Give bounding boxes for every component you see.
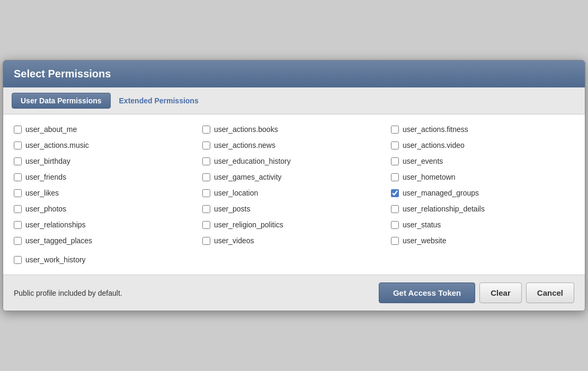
dialog-title: Select Permissions <box>14 68 574 80</box>
list-item: user_likes <box>14 189 197 197</box>
permission-checkbox-user_games_activity[interactable] <box>202 173 210 181</box>
list-item: user_games_activity <box>202 173 386 181</box>
list-item: user_videos <box>202 236 386 245</box>
permission-checkbox-user_videos[interactable] <box>202 237 210 245</box>
dialog-header: Select Permissions <box>3 60 585 87</box>
list-item: user_events <box>391 157 574 165</box>
list-item: user_work_history <box>14 250 574 264</box>
list-item: user_posts <box>202 205 386 213</box>
permission-label[interactable]: user_likes <box>25 189 59 197</box>
permission-label[interactable]: user_actions.fitness <box>403 125 468 134</box>
permission-checkbox-user_education_history[interactable] <box>202 157 210 165</box>
permission-checkbox-user_managed_groups[interactable] <box>391 189 399 197</box>
permission-label[interactable]: user_friends <box>25 173 66 181</box>
footer-note: Public profile included by default. <box>14 289 122 297</box>
permission-label[interactable]: user_hometown <box>403 173 456 181</box>
permission-label[interactable]: user_status <box>403 220 441 229</box>
permission-checkbox-user_birthday[interactable] <box>14 157 22 165</box>
list-item: user_friends <box>14 173 197 181</box>
permission-checkbox-user_relationships[interactable] <box>14 221 22 229</box>
select-permissions-dialog: Select Permissions User Data Permissions… <box>3 60 585 311</box>
list-item: user_website <box>391 236 574 245</box>
permission-label[interactable]: user_location <box>214 189 258 197</box>
permissions-grid: user_about_me user_actions.books user_ac… <box>3 114 585 250</box>
permission-checkbox-user_actions_video[interactable] <box>391 142 399 149</box>
permission-label[interactable]: user_tagged_places <box>25 236 92 245</box>
list-item: user_hometown <box>391 173 574 181</box>
permission-label[interactable]: user_actions.music <box>25 141 89 149</box>
permission-label[interactable]: user_website <box>403 236 447 245</box>
permission-label[interactable]: user_actions.video <box>403 141 465 149</box>
permission-label[interactable]: user_relationship_details <box>403 205 485 213</box>
list-item: user_managed_groups <box>391 189 574 197</box>
footer-buttons: Get Access Token Clear Cancel <box>379 282 574 303</box>
permission-label[interactable]: user_managed_groups <box>403 189 479 197</box>
list-item: user_actions.books <box>202 125 386 134</box>
permission-checkbox-user_likes[interactable] <box>14 189 22 197</box>
permission-label[interactable]: user_birthday <box>25 157 70 165</box>
permission-label[interactable]: user_events <box>403 157 443 165</box>
permission-label[interactable]: user_actions.news <box>214 141 275 149</box>
list-item: user_location <box>202 189 386 197</box>
list-item: user_birthday <box>14 157 197 165</box>
permission-label[interactable]: user_about_me <box>25 125 77 134</box>
list-item: user_actions.music <box>14 141 197 149</box>
list-item: user_photos <box>14 205 197 213</box>
permission-label[interactable]: user_photos <box>25 205 66 213</box>
permission-label[interactable]: user_religion_politics <box>214 220 283 229</box>
permission-checkbox-user_relationship_details[interactable] <box>391 205 399 213</box>
list-item: user_status <box>391 220 574 229</box>
permission-checkbox-user_actions_fitness[interactable] <box>391 126 399 134</box>
permission-checkbox-user_hometown[interactable] <box>391 173 399 181</box>
tab-user-data[interactable]: User Data Permissions <box>12 93 111 109</box>
permissions-single-row: user_work_history <box>3 250 585 275</box>
list-item: user_actions.news <box>202 141 386 149</box>
tab-bar: User Data Permissions Extended Permissio… <box>3 87 585 114</box>
list-item: user_actions.fitness <box>391 125 574 134</box>
permission-checkbox-user_location[interactable] <box>202 189 210 197</box>
tab-extended[interactable]: Extended Permissions <box>111 93 207 108</box>
list-item: user_tagged_places <box>14 236 197 245</box>
dialog-footer: Public profile included by default. Get … <box>3 275 585 311</box>
permission-label[interactable]: user_games_activity <box>214 173 282 181</box>
permission-checkbox-user_actions_news[interactable] <box>202 142 210 149</box>
permission-checkbox-user_photos[interactable] <box>14 205 22 213</box>
permission-checkbox-user_website[interactable] <box>391 237 399 245</box>
list-item: user_relationship_details <box>391 205 574 213</box>
permission-label[interactable]: user_work_history <box>25 255 86 264</box>
permission-checkbox-user_status[interactable] <box>391 221 399 229</box>
permission-checkbox-user_tagged_places[interactable] <box>14 237 22 245</box>
permission-checkbox-user_posts[interactable] <box>202 205 210 213</box>
list-item: user_religion_politics <box>202 220 386 229</box>
permission-checkbox-user_about_me[interactable] <box>14 126 22 134</box>
permission-label[interactable]: user_actions.books <box>214 125 278 134</box>
permission-checkbox-user_actions_music[interactable] <box>14 142 22 149</box>
list-item: user_about_me <box>14 125 197 134</box>
permission-checkbox-user_actions_books[interactable] <box>202 126 210 134</box>
cancel-button[interactable]: Cancel <box>526 282 574 303</box>
permission-label[interactable]: user_videos <box>214 236 254 245</box>
permission-label[interactable]: user_education_history <box>214 157 291 165</box>
permission-label[interactable]: user_posts <box>214 205 250 213</box>
list-item: user_education_history <box>202 157 386 165</box>
permission-checkbox-user_events[interactable] <box>391 157 399 165</box>
permission-checkbox-user_friends[interactable] <box>14 173 22 181</box>
permission-checkbox-user_work_history[interactable] <box>14 256 22 264</box>
list-item: user_actions.video <box>391 141 574 149</box>
clear-button[interactable]: Clear <box>479 282 522 303</box>
list-item: user_relationships <box>14 220 197 229</box>
permission-label[interactable]: user_relationships <box>25 220 86 229</box>
get-access-token-button[interactable]: Get Access Token <box>379 282 475 303</box>
permission-checkbox-user_religion_politics[interactable] <box>202 221 210 229</box>
